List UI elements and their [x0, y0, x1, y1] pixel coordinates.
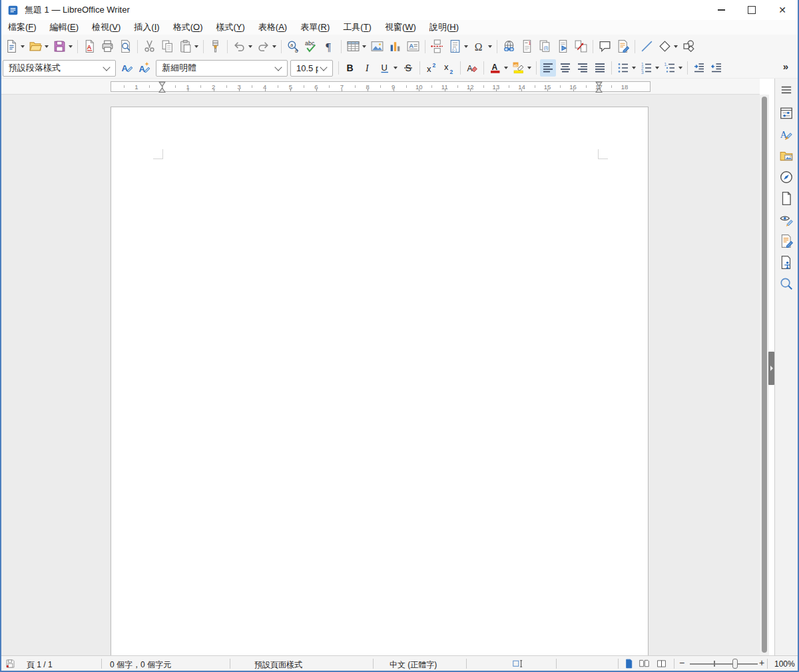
navigator-button[interactable]	[778, 168, 795, 186]
menu-file[interactable]: 檔案(F)	[1, 20, 43, 35]
vertical-scrollbar[interactable]	[760, 95, 769, 655]
undo-button[interactable]	[231, 37, 254, 55]
decrease-indent-button[interactable]	[708, 59, 724, 77]
menu-format[interactable]: 格式(O)	[166, 20, 210, 35]
document-page[interactable]	[111, 107, 649, 655]
highlight-color-button[interactable]: ab	[511, 59, 533, 77]
menu-view[interactable]: 檢視(V)	[85, 20, 127, 35]
dropdown-arrow-icon[interactable]	[674, 45, 678, 48]
selection-mode-icon[interactable]	[511, 658, 525, 669]
menu-styles[interactable]: 樣式(Y)	[209, 20, 251, 35]
dropdown-arrow-icon[interactable]	[45, 45, 49, 48]
strikethrough-button[interactable]: S	[400, 59, 416, 77]
bold-button[interactable]: B	[342, 59, 358, 77]
font-size-combo[interactable]: 10.5 pt	[290, 60, 333, 77]
dropdown-arrow-icon[interactable]	[527, 67, 531, 69]
page-number-status[interactable]: 頁 1 / 1	[27, 659, 53, 671]
export-pdf-button[interactable]: A	[81, 37, 98, 55]
document-modified-icon[interactable]	[5, 658, 16, 669]
dropdown-arrow-icon[interactable]	[194, 45, 198, 48]
chevron-down-icon[interactable]	[320, 63, 327, 71]
style-inspector-button[interactable]	[778, 211, 795, 228]
insert-endnote-button[interactable]: (i)	[537, 37, 553, 55]
zoom-level-status[interactable]: 100%	[774, 659, 795, 669]
zoom-slider-thumb[interactable]	[732, 659, 738, 669]
insert-comment-button[interactable]	[597, 37, 613, 55]
page-button[interactable]	[778, 190, 795, 207]
sidebar-settings-menu-button[interactable]	[778, 81, 795, 99]
spelling-button[interactable]: abc	[303, 37, 320, 55]
dropdown-arrow-icon[interactable]	[362, 45, 366, 48]
insert-text-box-button[interactable]: A	[405, 37, 421, 55]
menu-form[interactable]: 表單(R)	[294, 20, 336, 35]
italic-button[interactable]: I	[360, 59, 376, 77]
single-page-view-button[interactable]	[623, 658, 635, 669]
properties-button[interactable]	[778, 105, 795, 122]
manage-changes-button[interactable]	[778, 232, 795, 250]
dropdown-arrow-icon[interactable]	[632, 67, 636, 69]
book-view-button[interactable]	[655, 658, 668, 669]
minimize-button[interactable]	[706, 0, 736, 20]
track-changes-button[interactable]	[615, 37, 631, 55]
zoom-out-button[interactable]: −	[679, 657, 684, 668]
open-button[interactable]	[27, 37, 50, 55]
show-draw-functions-button[interactable]	[680, 37, 697, 55]
save-button[interactable]	[51, 37, 74, 55]
find-button[interactable]	[778, 275, 795, 292]
align-right-button[interactable]	[575, 59, 591, 77]
redo-button[interactable]	[255, 37, 278, 55]
chevron-down-icon[interactable]	[103, 63, 110, 71]
toolbar-overflow-button[interactable]: »	[779, 60, 792, 73]
insert-field-button[interactable]: (-)	[447, 37, 469, 55]
dropdown-arrow-icon[interactable]	[504, 67, 508, 69]
font-name-combo[interactable]: 新細明體	[156, 60, 288, 77]
menu-tools[interactable]: 工具(T)	[336, 20, 378, 35]
dropdown-arrow-icon[interactable]	[678, 67, 682, 69]
new-document-button[interactable]	[3, 37, 26, 55]
clone-formatting-button[interactable]	[207, 37, 224, 55]
right-indent-marker[interactable]	[595, 81, 603, 92]
align-center-button[interactable]	[557, 59, 573, 77]
menu-help[interactable]: 說明(H)	[423, 20, 465, 35]
underline-button[interactable]: U	[377, 59, 399, 77]
dropdown-arrow-icon[interactable]	[488, 45, 492, 48]
copy-button[interactable]	[159, 37, 176, 55]
increase-indent-button[interactable]	[691, 59, 707, 77]
insert-page-break-button[interactable]	[429, 37, 445, 55]
find-replace-button[interactable]: ad	[285, 37, 302, 55]
bullet-list-button[interactable]	[615, 59, 637, 77]
insert-hyperlink-button[interactable]	[501, 37, 517, 55]
menu-window[interactable]: 視窗(W)	[378, 20, 423, 35]
gallery-button[interactable]	[778, 147, 795, 165]
outline-list-button[interactable]: 1.	[662, 59, 684, 77]
insert-line-button[interactable]	[639, 37, 655, 55]
left-indent-marker[interactable]	[158, 81, 166, 92]
menu-table[interactable]: 表格(A)	[252, 20, 294, 35]
dropdown-arrow-icon[interactable]	[248, 45, 252, 48]
insert-table-button[interactable]	[345, 37, 368, 55]
language-status[interactable]: 中文 (正體字)	[390, 659, 437, 671]
scrollbar-thumb[interactable]	[762, 97, 767, 653]
subscript-button[interactable]: x2	[441, 59, 457, 77]
chevron-down-icon[interactable]	[274, 63, 282, 71]
basic-shapes-button[interactable]	[657, 37, 679, 55]
styles-button[interactable]: A	[778, 126, 795, 143]
word-count-status[interactable]: 0 個字，0 個字元	[110, 659, 171, 671]
zoom-in-button[interactable]: +	[759, 657, 764, 668]
cut-button[interactable]	[141, 37, 158, 55]
dropdown-arrow-icon[interactable]	[21, 45, 25, 48]
align-justify-button[interactable]	[592, 59, 608, 77]
font-color-button[interactable]: A	[487, 59, 509, 77]
insert-cross-reference-button[interactable]	[573, 37, 589, 55]
dropdown-arrow-icon[interactable]	[69, 45, 73, 48]
paste-button[interactable]	[177, 37, 200, 55]
zoom-slider-track[interactable]	[690, 663, 758, 665]
superscript-button[interactable]: x2	[423, 59, 439, 77]
menu-edit[interactable]: 編輯(E)	[43, 20, 85, 35]
page-style-status[interactable]: 預設頁面樣式	[254, 659, 302, 671]
dropdown-arrow-icon[interactable]	[655, 67, 659, 69]
dropdown-arrow-icon[interactable]	[394, 67, 398, 69]
dropdown-arrow-icon[interactable]	[272, 45, 276, 48]
print-preview-button[interactable]	[117, 37, 134, 55]
align-left-button[interactable]	[540, 59, 556, 77]
